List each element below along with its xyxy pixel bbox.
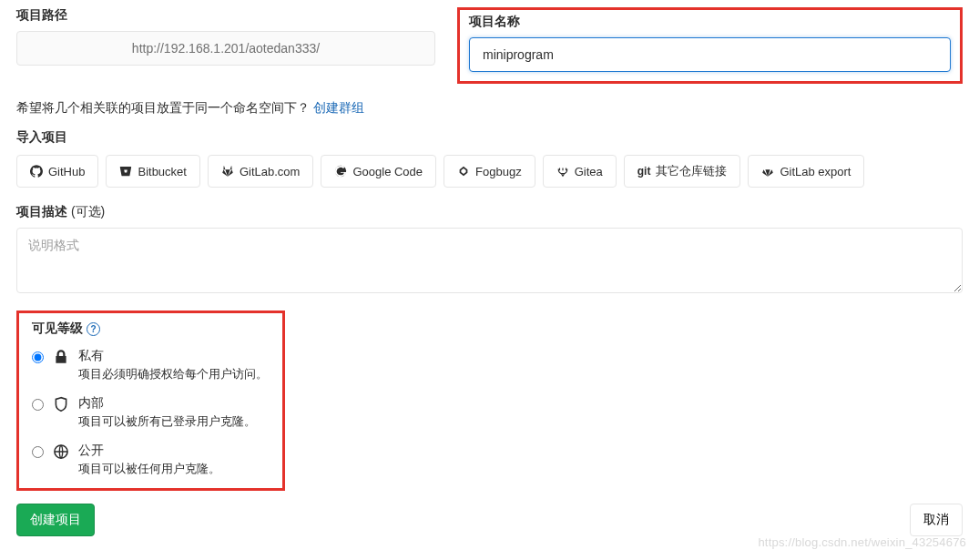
namespace-hint-text: 希望将几个相关联的项目放置于同一个命名空间下？ xyxy=(16,100,310,115)
visibility-radio-private[interactable] xyxy=(32,351,44,363)
help-icon[interactable]: ? xyxy=(87,322,100,336)
visibility-internal-title: 内部 xyxy=(78,395,256,412)
import-gitlabcom-label: GitLab.com xyxy=(240,165,300,178)
visibility-radio-internal[interactable] xyxy=(32,399,44,411)
globe-icon xyxy=(53,443,69,460)
gitlab-export-icon xyxy=(761,165,774,178)
visibility-radio-public[interactable] xyxy=(32,446,44,458)
visibility-label: 可见等级 xyxy=(32,321,83,337)
cancel-button[interactable]: 取消 xyxy=(910,504,963,536)
google-icon xyxy=(334,165,347,178)
import-googlecode-button[interactable]: Google Code xyxy=(321,155,436,188)
visibility-internal-desc: 项目可以被所有已登录用户克隆。 xyxy=(78,413,256,430)
watermark-text: https://blog.csdn.net/weixin_43254676 xyxy=(758,535,966,549)
gitea-icon xyxy=(556,165,569,178)
git-icon: git xyxy=(637,165,651,178)
fogbugz-icon xyxy=(457,165,470,178)
project-path-label: 项目路径 xyxy=(16,7,435,24)
import-section-label: 导入项目 xyxy=(16,129,963,146)
description-label: 项目描述 (可选) xyxy=(16,204,963,220)
import-gitea-button[interactable]: Gitea xyxy=(543,155,617,188)
import-bitbucket-label: Bitbucket xyxy=(138,165,186,178)
import-github-button[interactable]: GitHub xyxy=(16,155,98,188)
visibility-option-public[interactable]: 公开 项目可以被任何用户克隆。 xyxy=(32,443,270,477)
import-providers-row: GitHub Bitbucket GitLab.com Google Code … xyxy=(16,155,963,188)
import-bitbucket-button[interactable]: Bitbucket xyxy=(106,155,199,188)
import-gitea-label: Gitea xyxy=(575,165,603,178)
visibility-public-title: 公开 xyxy=(78,443,220,459)
import-googlecode-label: Google Code xyxy=(352,165,423,178)
create-project-button[interactable]: 创建项目 xyxy=(16,504,95,536)
import-github-label: GitHub xyxy=(48,165,85,178)
namespace-hint: 希望将几个相关联的项目放置于同一个命名空间下？ 创建群组 xyxy=(16,100,963,117)
project-name-label: 项目名称 xyxy=(469,14,951,30)
visibility-private-title: 私有 xyxy=(78,348,268,364)
shield-icon xyxy=(53,396,69,412)
import-fogbugz-label: Fogbugz xyxy=(475,165,522,178)
project-name-input[interactable] xyxy=(469,37,951,72)
description-textarea[interactable] xyxy=(16,228,963,293)
visibility-option-private[interactable]: 私有 项目必须明确授权给每个用户访问。 xyxy=(32,348,270,382)
project-path-value: http://192.168.1.201/aotedan333/ xyxy=(16,31,435,66)
lock-icon xyxy=(53,349,69,365)
bitbucket-icon xyxy=(119,165,132,178)
visibility-highlight: 可见等级 ? 私有 项目必须明确授权给每个用户访问。 内部 项目可以被所有已登录… xyxy=(16,311,285,491)
visibility-option-internal[interactable]: 内部 项目可以被所有已登录用户克隆。 xyxy=(32,395,270,430)
gitlab-icon xyxy=(221,165,234,178)
visibility-private-desc: 项目必须明确授权给每个用户访问。 xyxy=(78,366,268,382)
import-gitlabexport-label: GitLab export xyxy=(780,165,851,178)
import-gitrepo-label: 其它仓库链接 xyxy=(656,163,727,179)
create-group-link[interactable]: 创建群组 xyxy=(313,100,364,115)
import-gitrepo-button[interactable]: git 其它仓库链接 xyxy=(624,155,741,188)
import-fogbugz-button[interactable]: Fogbugz xyxy=(444,155,535,188)
github-icon xyxy=(30,165,43,178)
import-gitlabexport-button[interactable]: GitLab export xyxy=(748,155,864,188)
project-name-highlight: 项目名称 xyxy=(457,7,963,84)
import-gitlabcom-button[interactable]: GitLab.com xyxy=(208,155,313,188)
visibility-public-desc: 项目可以被任何用户克隆。 xyxy=(78,461,220,477)
